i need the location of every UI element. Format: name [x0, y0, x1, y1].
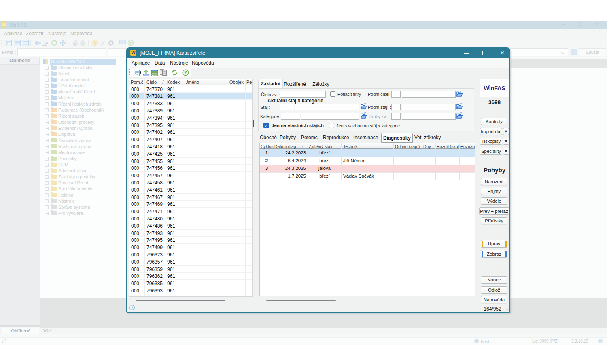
svg-text:?: ?: [184, 70, 187, 75]
svg-text:?: ?: [129, 41, 132, 45]
svg-text:WinFAS: WinFAS: [484, 85, 505, 91]
